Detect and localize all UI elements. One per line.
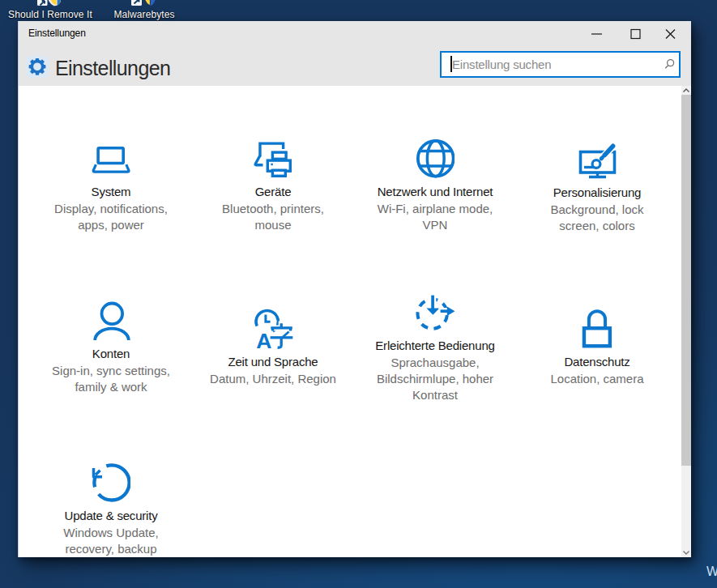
svg-text:A: A: [256, 329, 271, 353]
